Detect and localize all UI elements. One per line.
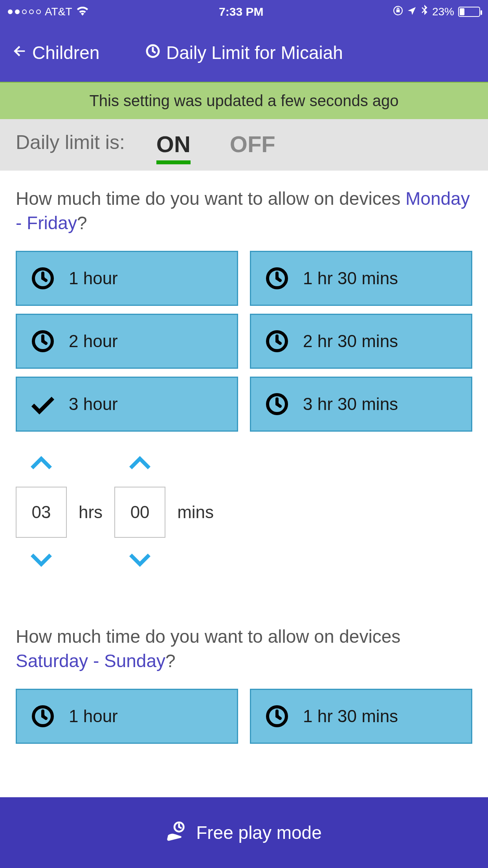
weekday-option-1hr30[interactable]: 1 hr 30 mins: [250, 251, 472, 306]
minutes-down-button[interactable]: [129, 552, 150, 569]
minutes-label: mins: [177, 502, 214, 522]
hours-label: hrs: [79, 502, 103, 522]
weekday-option-3hr[interactable]: 3 hour: [16, 377, 238, 432]
weekday-option-3hr30[interactable]: 3 hr 30 mins: [250, 377, 472, 432]
toggle-off[interactable]: OFF: [230, 131, 275, 161]
clock-icon: [263, 327, 291, 355]
clock-icon: [29, 264, 57, 292]
option-label: 1 hour: [69, 268, 118, 288]
status-left: AT&T: [8, 6, 89, 18]
signal-dots-icon: [8, 9, 41, 14]
clock-icon: [29, 702, 57, 730]
option-label: 1 hour: [69, 706, 118, 726]
hours-stepper: 03: [16, 455, 67, 569]
minutes-value[interactable]: 00: [114, 487, 165, 538]
custom-time-stepper: 03 hrs 00 mins: [16, 455, 472, 569]
weekday-section: How much time do you want to allow on de…: [0, 171, 488, 744]
nav-bar: Children Daily Limit for Micaiah: [0, 24, 488, 82]
clock-icon: [29, 327, 57, 355]
clock-icon: [263, 390, 291, 418]
weekend-option-1hr[interactable]: 1 hour: [16, 689, 238, 744]
weekend-option-1hr30[interactable]: 1 hr 30 mins: [250, 689, 472, 744]
arrow-left-icon: [12, 42, 28, 63]
clock-icon: [263, 264, 291, 292]
update-banner-text: This setting was updated a few seconds a…: [89, 92, 398, 109]
option-label: 3 hr 30 mins: [303, 394, 398, 414]
battery-pct: 23%: [432, 6, 454, 18]
orientation-lock-icon: [393, 6, 403, 18]
hours-down-button[interactable]: [31, 552, 52, 569]
page-title-text: Daily Limit for Micaiah: [166, 42, 343, 63]
toggle-on[interactable]: ON: [156, 131, 191, 161]
carrier-label: AT&T: [45, 6, 72, 18]
minutes-up-button[interactable]: [129, 455, 150, 473]
weekday-options-grid: 1 hour 1 hr 30 mins 2 hour 2 hr 30 mins …: [16, 251, 472, 432]
weekday-option-2hr[interactable]: 2 hour: [16, 314, 238, 369]
daily-limit-toggle-row: Daily limit is: ON OFF: [0, 119, 488, 171]
option-label: 2 hour: [69, 331, 118, 351]
weekday-question-prefix: How much time do you want to allow on de…: [16, 188, 405, 209]
minutes-stepper: 00: [114, 455, 165, 569]
clock-icon: [145, 42, 161, 63]
weekend-question-prefix: How much time do you want to allow on de…: [16, 626, 400, 647]
weekend-range-link[interactable]: Saturday - Sunday: [16, 651, 165, 671]
battery-icon: [458, 7, 480, 17]
option-label: 1 hr 30 mins: [303, 706, 398, 726]
free-play-label: Free play mode: [196, 822, 322, 843]
back-button[interactable]: Children: [12, 42, 99, 63]
weekend-question-suffix: ?: [165, 651, 176, 671]
option-label: 1 hr 30 mins: [303, 268, 398, 288]
weekday-option-1hr[interactable]: 1 hour: [16, 251, 238, 306]
weekend-question: How much time do you want to allow on de…: [16, 624, 472, 673]
clock-icon: [263, 702, 291, 730]
page-title: Daily Limit for Micaiah: [145, 42, 343, 63]
weekday-question: How much time do you want to allow on de…: [16, 186, 472, 235]
option-label: 3 hour: [69, 394, 118, 414]
status-bar: AT&T 7:33 PM 23%: [0, 0, 488, 24]
wifi-icon: [76, 6, 89, 18]
option-label: 2 hr 30 mins: [303, 331, 398, 351]
back-label: Children: [32, 42, 99, 63]
weekday-question-suffix: ?: [77, 213, 87, 233]
hours-value[interactable]: 03: [16, 487, 67, 538]
weekday-option-2hr30[interactable]: 2 hr 30 mins: [250, 314, 472, 369]
hours-up-button[interactable]: [31, 455, 52, 473]
free-play-button[interactable]: Free play mode: [0, 797, 488, 868]
status-right: 23%: [393, 5, 480, 19]
toggle-options: ON OFF: [156, 131, 275, 161]
hand-clock-icon: [166, 820, 188, 846]
toggle-label: Daily limit is:: [16, 131, 125, 154]
location-icon: [407, 6, 416, 18]
update-banner: This setting was updated a few seconds a…: [0, 82, 488, 119]
checkmark-icon: [29, 390, 57, 418]
status-time: 7:33 PM: [219, 5, 263, 18]
bluetooth-icon: [420, 5, 428, 19]
weekend-options-grid: 1 hour 1 hr 30 mins: [16, 689, 472, 744]
